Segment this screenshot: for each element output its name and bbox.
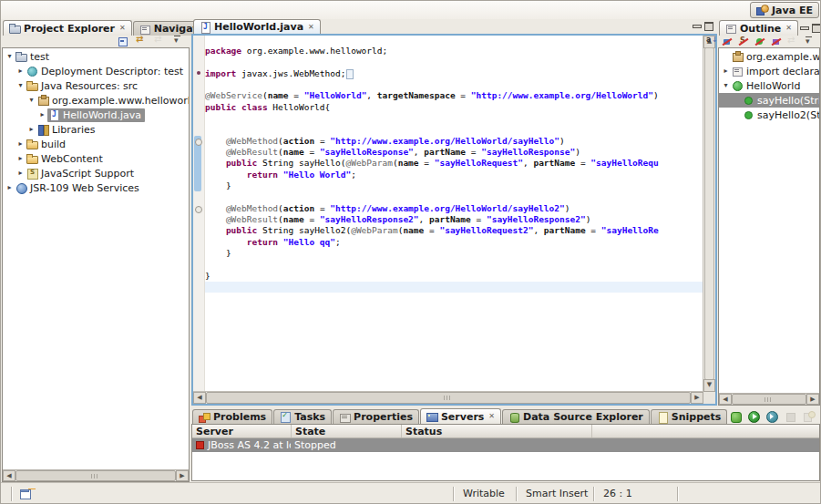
code-line[interactable]: package org.example.www.helloworld;: [205, 46, 703, 57]
close-icon[interactable]: [119, 25, 126, 32]
column-header-server[interactable]: Server: [192, 425, 292, 437]
outline-minimize-icon[interactable]: [800, 26, 809, 30]
bottom-tab-tasks[interactable]: Tasks: [273, 409, 332, 424]
project-explorer-item-test[interactable]: test: [3, 49, 189, 64]
code-line[interactable]: import javax.jws.WebMethod;: [205, 68, 703, 79]
bottom-tab-snippets[interactable]: Snippets: [651, 409, 728, 424]
editor-annotation-ruler[interactable]: [193, 36, 205, 392]
bottom-tab-problems[interactable]: Problems: [192, 409, 272, 424]
close-icon[interactable]: [785, 25, 792, 32]
code-line[interactable]: }: [205, 271, 703, 282]
editor-vscrollbar[interactable]: ▲ ▼: [703, 36, 715, 392]
bottom-tab-data-source-explorer[interactable]: Data Source Explorer: [502, 409, 650, 424]
scroll-right-icon[interactable]: ▶: [691, 392, 703, 404]
scroll-left-icon[interactable]: ◀: [3, 470, 15, 481]
code-line[interactable]: @WebService(name = "HelloWorld", targetN…: [205, 90, 703, 101]
project-explorer-hscrollbar[interactable]: ◀▶: [3, 469, 189, 481]
view-menu-button[interactable]: [804, 36, 816, 47]
view-menu-button[interactable]: [171, 36, 185, 47]
outline-hscrollbar[interactable]: ◀▶: [719, 393, 819, 405]
twistie-icon[interactable]: [15, 137, 26, 151]
column-header-state[interactable]: State: [292, 425, 402, 437]
code-line[interactable]: [205, 282, 703, 293]
scroll-down-icon[interactable]: ▼: [703, 379, 715, 392]
start-server-button[interactable]: [747, 410, 761, 422]
project-explorer-item-libraries[interactable]: Libraries: [3, 122, 189, 137]
twistie-icon[interactable]: [26, 122, 36, 137]
hide-local-types-button[interactable]: [771, 36, 783, 47]
twistie-icon[interactable]: [5, 180, 15, 195]
outline-item-sayhello-string[interactable]: sayHello(String: [719, 93, 819, 108]
project-explorer-item-java-resources-src[interactable]: Java Resources: src: [3, 78, 189, 93]
scroll-right-icon[interactable]: ▶: [176, 470, 189, 481]
editor-hscrollbar[interactable]: ◀ ▶: [193, 391, 703, 404]
scroll-left-icon[interactable]: ◀: [719, 394, 732, 405]
project-explorer-item-jsr-109-web-services[interactable]: JSR-109 Web Services: [3, 180, 189, 195]
column-header-status[interactable]: Status: [402, 425, 592, 437]
fast-view-icon[interactable]: [20, 489, 32, 499]
project-explorer-item-build[interactable]: build: [3, 137, 189, 151]
hide-static-members-button[interactable]: [738, 36, 750, 47]
code-area[interactable]: package org.example.www.helloworld; impo…: [205, 36, 703, 392]
project-explorer-item-javascript-support[interactable]: JavaScript Support: [3, 166, 189, 180]
code-line[interactable]: @WebResult(name = "sayHelloResponse2", p…: [205, 214, 703, 225]
outline-hscroll-thumb[interactable]: [732, 394, 806, 405]
code-line[interactable]: [205, 124, 703, 135]
twistie-icon[interactable]: [15, 78, 26, 93]
twistie-icon[interactable]: [721, 78, 731, 93]
outline-item-sayhello2-strin[interactable]: sayHello2(Strin: [719, 108, 819, 122]
outline-item-org-example-www[interactable]: org.example.www: [719, 49, 819, 64]
outline-item-helloworld[interactable]: HelloWorld: [719, 78, 819, 93]
outline-maximize-icon[interactable]: [812, 24, 821, 33]
code-line[interactable]: }: [205, 180, 703, 191]
code-line[interactable]: [205, 113, 703, 124]
code-line[interactable]: [205, 259, 703, 270]
code-line[interactable]: return "Hello qq";: [205, 237, 703, 248]
code-line[interactable]: public String sayHello2(@WebParam(name =…: [205, 225, 703, 236]
twistie-icon[interactable]: [37, 108, 47, 122]
debug-server-button[interactable]: [729, 410, 743, 422]
project-explorer-item-helloworld-java[interactable]: HelloWorld.java: [3, 108, 189, 122]
code-line[interactable]: @WebResult(name = "sayHelloResponse", pa…: [205, 147, 703, 158]
server-row[interactable]: JBoss AS 4.2 at lcStopped: [192, 438, 819, 452]
editor-minimize-icon[interactable]: [693, 25, 702, 28]
editor-vscroll-thumb[interactable]: [704, 47, 714, 380]
bottom-tab-servers[interactable]: Servers: [420, 408, 501, 424]
link-with-editor-button[interactable]: [135, 36, 149, 47]
project-explorer-item-deployment-descriptor-test[interactable]: Deployment Descriptor: test: [3, 64, 189, 78]
hide-non-public-members-button[interactable]: [754, 36, 766, 47]
editor-tab-helloworld-java[interactable]: HelloWorld.java: [193, 19, 321, 34]
project-explorer-item-webcontent[interactable]: WebContent: [3, 151, 189, 166]
twistie-icon[interactable]: [15, 166, 26, 180]
close-icon[interactable]: [488, 413, 495, 420]
code-line[interactable]: [205, 57, 703, 67]
project-explorer-tab-project-explorer[interactable]: Project Explorer: [3, 20, 132, 36]
hide-fields-button[interactable]: [722, 36, 734, 47]
code-line[interactable]: @WebMethod(action = "http://www.example.…: [205, 136, 703, 147]
scroll-right-icon[interactable]: ▶: [806, 394, 819, 405]
twistie-icon[interactable]: [15, 64, 26, 78]
code-line[interactable]: [205, 191, 703, 202]
twistie-icon[interactable]: [26, 93, 36, 108]
project-explorer-item-org-example-www-helloworld[interactable]: org.example.www.helloworld: [3, 93, 189, 108]
editor-hscroll-thumb[interactable]: [206, 392, 691, 404]
bottom-tab-properties[interactable]: Properties: [333, 409, 419, 424]
code-line[interactable]: [205, 79, 703, 90]
sort-button[interactable]: [705, 36, 717, 47]
code-line[interactable]: }: [205, 248, 703, 259]
profile-server-button[interactable]: [765, 410, 779, 422]
perspective-button-java-ee[interactable]: Java EE: [750, 2, 819, 18]
code-line[interactable]: @WebMethod(action = "http://www.example.…: [205, 203, 703, 214]
outline-item-import-declaratio[interactable]: import declaratio: [719, 64, 819, 78]
outline-tab-outline[interactable]: Outline: [719, 20, 798, 36]
collapse-all-button[interactable]: [117, 36, 130, 47]
twistie-icon[interactable]: [5, 49, 15, 64]
scroll-left-icon[interactable]: ◀: [193, 392, 206, 404]
code-line[interactable]: public String sayHello(@WebParam(name = …: [205, 158, 703, 169]
code-line[interactable]: public class HelloWorld{: [205, 102, 703, 113]
close-icon[interactable]: [308, 24, 314, 31]
editor-maximize-icon[interactable]: [704, 22, 713, 31]
twistie-icon[interactable]: [15, 151, 26, 166]
code-line[interactable]: return "Hello World";: [205, 170, 703, 180]
project-explorer-hscroll-thumb[interactable]: [15, 470, 176, 481]
